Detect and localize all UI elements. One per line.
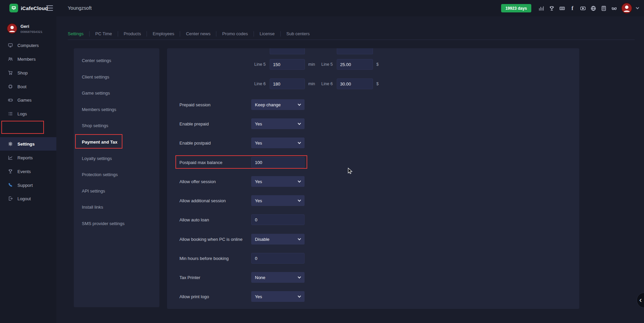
tab-center-news[interactable]: Center news: [180, 31, 216, 37]
trophy-icon[interactable]: [548, 5, 555, 11]
tab-sub-centers[interactable]: Sub centers: [281, 31, 315, 37]
gamepad-icon: [7, 97, 13, 103]
line5-minutes-group: Line 5 min: [254, 59, 315, 70]
settings-nav-protection-settings[interactable]: Protection settings: [74, 168, 159, 181]
sidebar-item-label: Events: [17, 169, 31, 174]
line6-price-input[interactable]: [337, 78, 373, 89]
enable-prepaid-select[interactable]: Yes: [251, 118, 305, 129]
min-hours-before-booking-input[interactable]: [251, 253, 305, 264]
chevron-down-icon: [298, 199, 301, 202]
logout-icon: [7, 196, 13, 202]
field-label: Allow offer session: [179, 179, 251, 184]
collapse-panel-handle[interactable]: ‹: [637, 292, 644, 308]
youtube-icon[interactable]: [580, 5, 586, 11]
allow-print-logo-select[interactable]: Yes: [251, 291, 305, 302]
line5-min-input[interactable]: [270, 59, 305, 70]
brand-logo[interactable]: iCafeCloud: [9, 4, 48, 12]
settings-nav-sms-provider-settings[interactable]: SMS provider settings: [74, 217, 159, 230]
sidebar-user[interactable]: Geri 008687654321: [0, 16, 56, 39]
sidebar-item-label: Shop: [17, 70, 28, 75]
line5-min-unit: min: [308, 62, 315, 67]
chart-icon: [7, 155, 13, 161]
tab-settings[interactable]: Settings: [68, 31, 90, 37]
sidebar-item-reports[interactable]: Reports: [0, 151, 56, 164]
chevron-down-icon: [298, 141, 301, 144]
tab-promo-codes[interactable]: Promo codes: [216, 31, 254, 37]
keyboard-icon[interactable]: [559, 5, 565, 11]
allow-booking-select[interactable]: Disable: [251, 234, 305, 245]
calculator-icon[interactable]: [600, 5, 607, 11]
field-label: Allow print logo: [179, 294, 251, 299]
tax-printer-select[interactable]: None: [251, 272, 305, 283]
gear-icon: [7, 141, 13, 147]
sidebar-item-games[interactable]: Games: [0, 93, 56, 107]
partial-input[interactable]: [270, 48, 305, 54]
brand-name: iCafeCloud: [21, 5, 48, 11]
allow-additional-session-select[interactable]: Yes: [251, 195, 305, 206]
license-days-badge[interactable]: 19923 days: [501, 4, 531, 12]
settings-nav-client-settings[interactable]: Client settings: [74, 70, 159, 84]
line5-price-group: Line 5 $: [321, 59, 379, 70]
allow-auto-loan-input[interactable]: [251, 214, 305, 225]
form-row-enable-prepaid: Enable prepaid Yes: [179, 118, 305, 129]
facebook-icon[interactable]: f: [569, 5, 576, 11]
settings-nav-loyalty-settings[interactable]: Loyalty settings: [74, 152, 159, 165]
allow-offer-session-select[interactable]: Yes: [251, 176, 305, 187]
partial-input[interactable]: [337, 48, 373, 54]
settings-nav-api-settings[interactable]: API settings: [74, 184, 159, 198]
field-label: Allow additional session: [179, 198, 251, 203]
sidebar-item-logs[interactable]: Logs: [0, 107, 56, 120]
sidebar-item-shop[interactable]: Shop: [0, 66, 56, 79]
field-label: Enable prepaid: [179, 121, 251, 126]
settings-nav-center-settings[interactable]: Center settings: [74, 54, 159, 67]
form-row-allow-offer-session: Allow offer session Yes: [179, 176, 305, 187]
select-value: Yes: [255, 121, 262, 126]
sidebar-item-members[interactable]: Members: [0, 52, 56, 66]
goggles-icon[interactable]: [611, 5, 617, 11]
field-label: Prepaid session: [179, 102, 251, 107]
tab-license[interactable]: License: [254, 31, 281, 37]
globe-icon[interactable]: [590, 5, 596, 11]
line6-price-label: Line 6: [321, 82, 333, 86]
tab-employees[interactable]: Employees: [147, 31, 180, 37]
line5-price-label: Line 5: [321, 62, 333, 67]
settings-nav-shop-settings[interactable]: Shop settings: [74, 119, 159, 132]
chevron-down-icon: [298, 294, 301, 298]
postpaid-max-balance-input[interactable]: [251, 157, 305, 168]
user-avatar-small: [7, 23, 17, 34]
sidebar-item-label: Members: [17, 57, 36, 62]
topbar-actions: 19923 days f: [501, 0, 639, 16]
monitor-icon: [7, 43, 13, 48]
select-value: Yes: [255, 294, 262, 299]
line6-min-input[interactable]: [270, 78, 305, 89]
sidebar-item-logout[interactable]: Logout: [0, 192, 56, 205]
enable-postpaid-select[interactable]: Yes: [251, 138, 305, 148]
settings-nav-members-settings[interactable]: Members settings: [74, 103, 159, 116]
sidebar-item-logs-spacer: [0, 121, 56, 134]
sidebar-item-computers[interactable]: Computers: [0, 39, 56, 52]
sidebar-item-settings[interactable]: Settings: [0, 137, 56, 151]
sidebar-item-support[interactable]: Support: [0, 178, 56, 192]
hamburger-menu-icon[interactable]: [46, 5, 53, 11]
sidebar-item-events[interactable]: Events: [0, 165, 56, 178]
chevron-down-icon[interactable]: [636, 6, 639, 9]
settings-nav-install-links[interactable]: Install links: [74, 200, 159, 214]
settings-nav-game-settings[interactable]: Game settings: [74, 86, 159, 100]
user-avatar[interactable]: [621, 3, 632, 14]
form-row-min-hours-before-booking: Min hours before booking: [179, 253, 305, 264]
tab-pc-time[interactable]: PC Time: [90, 31, 118, 37]
field-label: Allow auto loan: [179, 217, 251, 222]
line5-price-unit: $: [376, 62, 379, 67]
settings-nav-payment-and-tax[interactable]: Payment and Tax: [74, 135, 159, 149]
form-row-allow-auto-loan: Allow auto loan: [179, 214, 305, 225]
line6-minutes-group: Line 6 min: [254, 78, 315, 89]
phone-icon: [7, 182, 13, 188]
sidebar-item-boot[interactable]: Boot: [0, 80, 56, 93]
stats-icon[interactable]: [538, 5, 544, 11]
sidebar-item-label: Reports: [17, 155, 33, 160]
line5-price-input[interactable]: [337, 59, 373, 70]
prepaid-session-select[interactable]: Keep change: [251, 99, 305, 110]
field-label: Enable postpaid: [179, 141, 251, 146]
tab-products[interactable]: Products: [118, 31, 147, 37]
icafecloud-logo-icon: [9, 4, 18, 12]
